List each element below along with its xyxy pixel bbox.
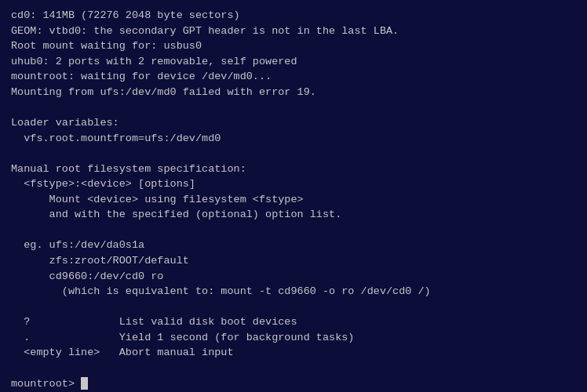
terminal-blank-5: [11, 361, 576, 376]
terminal-line-9: Manual root filesystem specification:: [11, 162, 576, 177]
terminal-line-8: vfs.root.mountfrom=ufs:/dev/md0: [11, 131, 576, 147]
terminal-prompt-line[interactable]: mountroot>: [11, 376, 576, 392]
terminal-line-18: . Yield 1 second (for background tasks): [11, 330, 576, 346]
terminal-prompt-text: mountroot>: [11, 378, 81, 390]
terminal-line-6: Mounting from ufs:/dev/md0 failed with e…: [11, 85, 576, 100]
terminal-window: cd0: 141MB (72276 2048 byte sectors) GEO…: [0, 0, 587, 392]
terminal-line-4: uhub0: 2 ports with 2 removable, self po…: [11, 54, 576, 70]
terminal-line-3: Root mount waiting for: usbus0: [11, 38, 576, 54]
terminal-blank-2: [11, 146, 576, 162]
terminal-line-16: (which is equivalent to: mount -t cd9660…: [11, 284, 576, 299]
terminal-cursor: [81, 377, 88, 390]
terminal-blank-1: [11, 100, 576, 115]
terminal-line-19: <empty line> Abort manual input: [11, 345, 576, 361]
terminal-line-13: eg. ufs:/dev/da0s1a: [11, 238, 576, 253]
terminal-line-2: GEOM: vtbd0: the secondary GPT header is…: [11, 24, 576, 39]
terminal-line-12: and with the specified (optional) option…: [11, 207, 576, 223]
terminal-line-14: zfs:zroot/ROOT/default: [11, 253, 576, 269]
terminal-line-1: cd0: 141MB (72276 2048 byte sectors): [11, 8, 576, 24]
terminal-line-7: Loader variables:: [11, 115, 576, 131]
terminal-line-5: mountroot: waiting for device /dev/md0..…: [11, 69, 576, 85]
terminal-blank-4: [11, 299, 576, 315]
terminal-line-17: ? List valid disk boot devices: [11, 314, 576, 330]
terminal-line-15: cd9660:/dev/cd0 ro: [11, 269, 576, 285]
terminal-line-11: Mount <device> using filesystem <fstype>: [11, 192, 576, 208]
terminal-line-10: <fstype>:<device> [options]: [11, 176, 576, 192]
terminal-blank-3: [11, 223, 576, 238]
